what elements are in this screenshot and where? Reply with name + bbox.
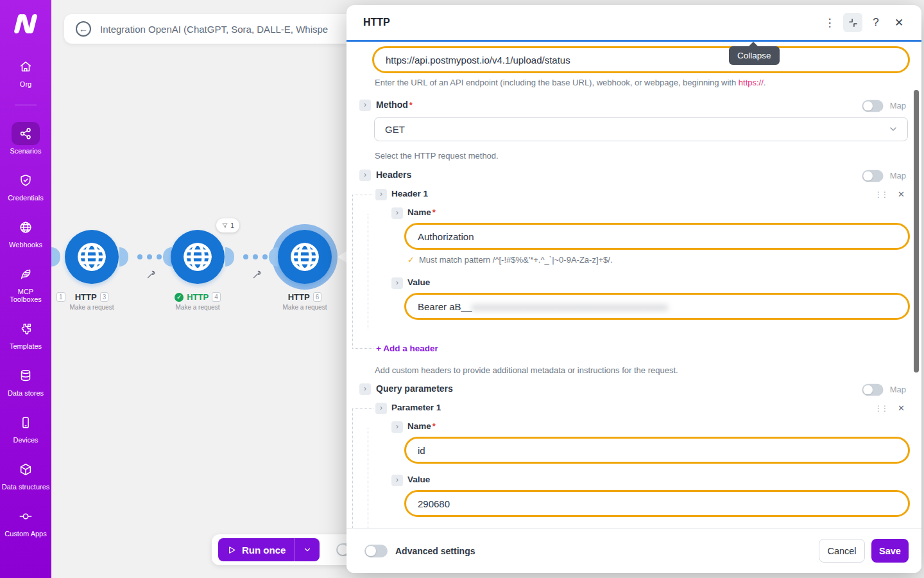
expand-chevron[interactable]: › — [391, 475, 403, 486]
cancel-button[interactable]: Cancel — [819, 539, 865, 563]
connector-stub — [225, 247, 234, 267]
sidebar-item-webhooks[interactable]: Webhooks — [0, 216, 51, 249]
advanced-settings-toggle[interactable] — [364, 545, 388, 557]
module-subtitle: Make a request — [153, 304, 243, 311]
collapse-tooltip: Collapse — [729, 46, 780, 65]
module-label: HTTP3 Make a request — [47, 292, 137, 311]
module-name: HTTP — [187, 292, 209, 302]
map-label: Map — [890, 385, 906, 394]
sidebar-divider — [15, 105, 37, 105]
save-button[interactable]: Save — [871, 539, 909, 563]
sidebar-item-label: Templates — [1, 342, 50, 350]
param-name-input[interactable] — [404, 437, 910, 464]
sidebar-item-org[interactable]: Org — [0, 55, 51, 88]
sidebar-item-mcp-toolboxes[interactable]: MCP Toolboxes — [0, 263, 51, 303]
redacted-token: xxxxxxxxxxxxxxxxxxxxxxxxxxxxxxxxxxxx — [472, 301, 668, 312]
sidebar-item-custom-apps[interactable]: Custom Apps — [0, 505, 51, 538]
phone-icon — [12, 411, 40, 434]
param-value-label: Value — [407, 475, 430, 484]
map-label: Map — [890, 171, 906, 180]
collapse-icon[interactable] — [843, 13, 862, 32]
close-icon[interactable]: ✕ — [889, 13, 909, 32]
wrench-icon[interactable] — [252, 270, 262, 282]
connector-dots — [137, 254, 162, 259]
module-number-badge: 4 — [212, 292, 221, 302]
share-icon — [12, 122, 40, 145]
kebab-menu-icon[interactable]: ⋮ — [820, 13, 839, 32]
http-settings-panel: HTTP ⋮ ? ✕ Enter the URL of an API endpo… — [346, 5, 921, 573]
panel-header: HTTP ⋮ ? ✕ — [346, 5, 921, 40]
remove-header-icon[interactable]: ✕ — [898, 189, 905, 199]
pattern-note: ✓ Must match pattern /^[-!#$%&'*+.^_`|~0… — [407, 255, 613, 265]
header-name-input[interactable] — [404, 223, 910, 250]
panel-footer: Advanced settings Cancel Save — [346, 528, 921, 573]
method-select[interactable]: GET — [374, 117, 908, 141]
back-button[interactable]: ← — [76, 21, 91, 37]
help-icon[interactable]: ? — [866, 13, 886, 32]
expand-chevron[interactable]: › — [359, 100, 371, 111]
remove-parameter-icon[interactable]: ✕ — [898, 403, 905, 413]
sidebar-item-data-structures[interactable]: Data structures — [0, 458, 51, 491]
wrench-icon[interactable] — [146, 270, 156, 282]
scrollbar-thumb[interactable] — [914, 90, 919, 372]
connector-stub — [51, 247, 60, 267]
param-name-label: Name* — [407, 421, 436, 431]
success-check-icon: ✓ — [175, 293, 184, 302]
run-once-button[interactable]: Run once — [218, 538, 320, 561]
module-label: ✓HTTP4 Make a request — [153, 292, 243, 311]
circuit-icon — [12, 505, 40, 528]
method-help-text: Select the HTTP request method. — [375, 151, 499, 161]
make-logo[interactable] — [16, 10, 35, 33]
module-subtitle: Make a request — [260, 304, 350, 311]
expand-chevron[interactable]: › — [375, 189, 387, 200]
http-globe-icon — [75, 240, 108, 274]
cube-icon — [12, 458, 40, 481]
database-icon — [12, 364, 40, 387]
module-name: HTTP — [75, 292, 97, 302]
module-http-6[interactable] — [278, 230, 332, 284]
param-value-input[interactable] — [404, 490, 910, 517]
sidebar-item-data-stores[interactable]: Data stores — [0, 364, 51, 397]
filter-icon — [221, 222, 228, 229]
method-map-toggle[interactable] — [862, 100, 883, 112]
map-label: Map — [890, 101, 906, 110]
connector-stub — [269, 247, 278, 267]
run-options-chevron[interactable] — [295, 545, 320, 554]
expand-chevron[interactable]: › — [391, 277, 403, 289]
expand-chevron[interactable]: › — [391, 421, 403, 433]
expand-chevron[interactable]: › — [375, 403, 387, 414]
sidebar-item-scenarios[interactable]: Scenarios — [0, 122, 51, 155]
sidebar-item-label: Data stores — [1, 389, 50, 397]
globe-icon — [12, 216, 40, 239]
sidebar-item-label: Scenarios — [1, 147, 50, 155]
https-link[interactable]: https:// — [739, 78, 764, 87]
drag-handle[interactable]: ⋮⋮ — [875, 190, 887, 199]
sidebar-item-label: Credentials — [1, 194, 50, 202]
nesting-guide — [368, 214, 368, 329]
http-globe-icon — [288, 240, 321, 274]
sidebar-item-label: Devices — [1, 436, 50, 444]
header1-label: Header 1 — [391, 189, 428, 198]
advanced-settings-label: Advanced settings — [395, 546, 475, 556]
filter-count: 1 — [230, 222, 234, 229]
drag-handle[interactable]: ⋮⋮ — [875, 404, 887, 413]
expand-chevron[interactable]: › — [359, 170, 371, 181]
query-params-label: Query parameters — [376, 383, 453, 394]
expand-chevron[interactable]: › — [359, 383, 371, 395]
url-help-text: Enter the URL of an API endpoint (includ… — [375, 78, 766, 87]
expand-chevron[interactable]: › — [391, 207, 403, 219]
headers-map-toggle[interactable] — [862, 170, 883, 182]
sidebar-item-devices[interactable]: Devices — [0, 411, 51, 444]
filter-count-badge[interactable]: 1 — [216, 218, 239, 232]
feather-icon — [12, 263, 40, 286]
url-input[interactable] — [372, 46, 910, 73]
module-http-4[interactable] — [171, 230, 225, 284]
sidebar-item-credentials[interactable]: Credentials — [0, 169, 51, 202]
module-http-3[interactable] — [65, 230, 119, 284]
nesting-guide — [352, 348, 373, 349]
sidebar-item-templates[interactable]: Templates — [0, 317, 51, 350]
add-header-link[interactable]: + Add a header — [376, 344, 438, 353]
query-map-toggle[interactable] — [862, 384, 883, 396]
header-value-label: Value — [407, 277, 430, 287]
header-value-input[interactable]: Bearer aB__xxxxxxxxxxxxxxxxxxxxxxxxxxxxx… — [404, 293, 910, 320]
